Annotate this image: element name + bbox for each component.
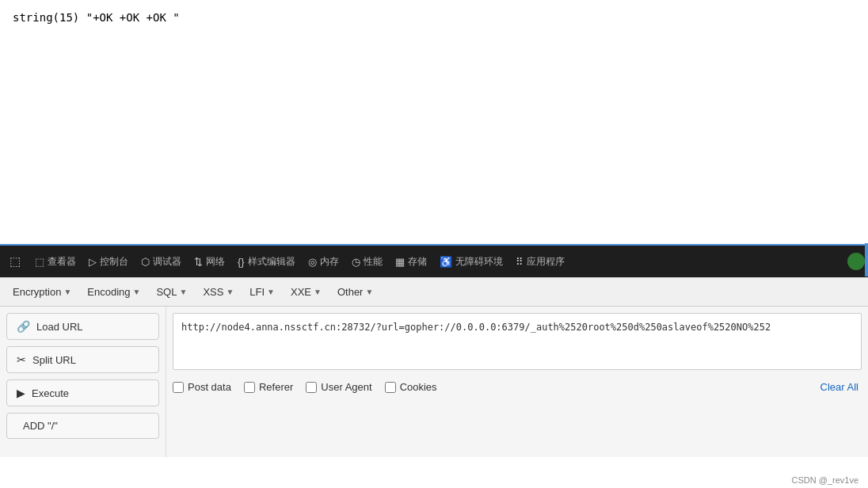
url-input[interactable]: [173, 313, 862, 370]
sql-menu-label: SQL: [156, 286, 177, 298]
checkbox-item-cookies[interactable]: Cookies: [385, 381, 437, 393]
load-url-icon: 🔗: [17, 320, 30, 333]
encoding-menu-label: Encoding: [87, 286, 130, 298]
toolbar-items-container: ⬚ 查看器 ▷ 控制台 ⬡ 调试器 ⇅ 网络 {} 样式编辑器 ◎ 内存 ◷ 性…: [29, 252, 571, 272]
toolbar-item-performance[interactable]: ◷ 性能: [345, 252, 389, 272]
style-editor-label: 样式编辑器: [248, 255, 295, 269]
checkbox-item-referer[interactable]: Referer: [244, 381, 293, 393]
devtools-toolbar: ⬚ ⬚ 查看器 ▷ 控制台 ⬡ 调试器 ⇅ 网络 {} 样式编辑器 ◎ 内存 ◷…: [0, 244, 868, 277]
toolbar-item-storage[interactable]: ▦ 存储: [389, 252, 433, 272]
memory-icon: ◎: [308, 256, 317, 268]
toolbar-item-network[interactable]: ⇅ 网络: [188, 252, 231, 272]
menu-bar: Encryption ▼ Encoding ▼ SQL ▼ XSS ▼ LFI …: [0, 278, 868, 307]
checkbox-item-post-data[interactable]: Post data: [173, 381, 231, 393]
sidebar-btn-load-url[interactable]: 🔗 Load URL: [6, 313, 159, 340]
encryption-menu-label: Encryption: [13, 286, 61, 298]
execute-icon: ▶: [17, 387, 25, 399]
content-area: Post dataRefererUser AgentCookiesClear A…: [166, 307, 868, 457]
add-slash-label: ADD "/": [23, 420, 58, 432]
toolbar-item-inspector[interactable]: ⬚ 查看器: [29, 252, 82, 272]
ssrf-panel: Encryption ▼ Encoding ▼ SQL ▼ XSS ▼ LFI …: [0, 277, 868, 457]
lfi-chevron: ▼: [267, 288, 275, 296]
accessibility-label: 无障碍环境: [455, 255, 503, 269]
other-chevron: ▼: [365, 288, 373, 296]
credit-text: CSDN @_rev1ve: [791, 475, 858, 485]
checkbox-user-agent[interactable]: [306, 382, 317, 393]
sidebar-btn-execute[interactable]: ▶ Execute: [6, 379, 159, 406]
apps-label: 应用程序: [527, 255, 565, 269]
checkboxes-row: Post dataRefererUser AgentCookiesClear A…: [173, 376, 862, 398]
storage-icon: ▦: [395, 256, 405, 268]
bottom-bar: CSDN @_rev1ve: [782, 472, 868, 488]
sql-chevron: ▼: [179, 288, 187, 296]
clear-all-button[interactable]: Clear All: [817, 379, 862, 395]
apps-icon: ⠿: [516, 256, 523, 268]
toolbar-item-style-editor[interactable]: {} 样式编辑器: [231, 252, 302, 272]
checkbox-cookies[interactable]: [385, 382, 396, 393]
storage-label: 存储: [408, 255, 427, 269]
debugger-label: 调试器: [153, 255, 181, 269]
menu-item-xxe[interactable]: XXE ▼: [284, 283, 328, 301]
load-url-label: Load URL: [36, 321, 83, 333]
xss-chevron: ▼: [226, 288, 234, 296]
other-menu-label: Other: [337, 286, 364, 298]
sidebar-btn-split-url[interactable]: ✂ Split URL: [6, 346, 159, 373]
encoding-chevron: ▼: [133, 288, 141, 296]
toolbar-item-cursor[interactable]: ⬚: [3, 251, 27, 272]
style-editor-icon: {}: [238, 256, 245, 268]
toolbar-item-apps[interactable]: ⠿ 应用程序: [509, 252, 571, 272]
devtools-blue-line: [865, 243, 868, 276]
toolbar-item-memory[interactable]: ◎ 内存: [302, 252, 345, 272]
xss-menu-label: XSS: [203, 286, 223, 298]
encryption-chevron: ▼: [63, 288, 71, 296]
lfi-menu-label: LFI: [249, 286, 265, 298]
main-content: string(15) "+OK +OK +OK ": [0, 0, 868, 244]
checkbox-label-post-data: Post data: [188, 381, 231, 393]
checkbox-label-referer: Referer: [259, 381, 293, 393]
debugger-icon: ⬡: [141, 256, 150, 268]
network-icon: ⇅: [194, 256, 203, 268]
xxe-menu-label: XXE: [291, 286, 311, 298]
console-label: 控制台: [100, 255, 128, 269]
menu-item-sql[interactable]: SQL ▼: [150, 283, 193, 301]
menu-item-encryption[interactable]: Encryption ▼: [6, 283, 78, 301]
performance-label: 性能: [364, 255, 383, 269]
output-text: string(15) "+OK +OK +OK ": [13, 10, 855, 26]
sidebar-btn-add-slash[interactable]: ADD "/": [6, 413, 159, 439]
cursor-icon: ⬚: [10, 254, 21, 269]
menu-item-lfi[interactable]: LFI ▼: [243, 283, 281, 301]
sidebar: 🔗 Load URL ✂ Split URL ▶ Execute ADD "/": [0, 307, 166, 457]
checkbox-label-cookies: Cookies: [400, 381, 437, 393]
execute-label: Execute: [32, 387, 69, 399]
network-label: 网络: [206, 255, 225, 269]
toolbar-item-debugger[interactable]: ⬡ 调试器: [135, 252, 188, 272]
checkbox-referer[interactable]: [244, 382, 255, 393]
panel-body: 🔗 Load URL ✂ Split URL ▶ Execute ADD "/"…: [0, 307, 868, 457]
accessibility-icon: ♿: [440, 256, 452, 268]
inspector-label: 查看器: [48, 255, 76, 269]
console-icon: ▷: [89, 256, 97, 268]
xxe-chevron: ▼: [314, 288, 322, 296]
menu-item-other[interactable]: Other ▼: [331, 283, 379, 301]
toolbar-item-accessibility[interactable]: ♿ 无障碍环境: [433, 252, 509, 272]
checkbox-post-data[interactable]: [173, 382, 184, 393]
toolbar-avatar: [847, 253, 865, 270]
inspector-icon: ⬚: [35, 256, 44, 268]
checkbox-item-user-agent[interactable]: User Agent: [306, 381, 371, 393]
split-url-icon: ✂: [17, 353, 26, 366]
checkbox-label-user-agent: User Agent: [321, 381, 371, 393]
menu-item-xss[interactable]: XSS ▼: [196, 283, 240, 301]
split-url-label: Split URL: [32, 354, 76, 366]
menu-item-encoding[interactable]: Encoding ▼: [81, 283, 147, 301]
toolbar-item-console[interactable]: ▷ 控制台: [82, 252, 135, 272]
memory-label: 内存: [320, 255, 339, 269]
performance-icon: ◷: [352, 256, 360, 268]
